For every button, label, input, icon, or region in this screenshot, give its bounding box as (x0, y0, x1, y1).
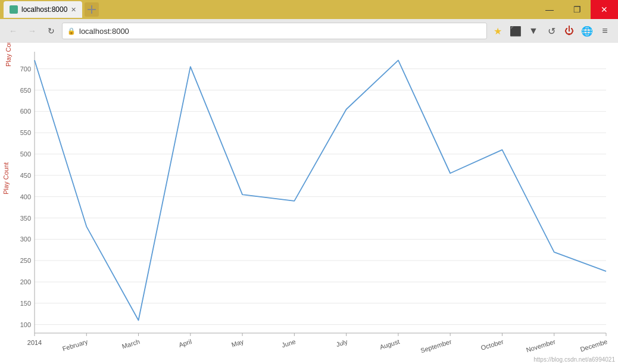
extension-icon-4[interactable]: ⏻ (561, 23, 578, 39)
extension-icon-1[interactable]: ⬛ (507, 23, 524, 39)
bookmark-star-icon[interactable]: ★ (489, 23, 506, 39)
tab-favicon (10, 5, 18, 14)
nav-right-icons: ★ ⬛ ▼ ↺ ⏻ 🌐 ≡ (489, 23, 613, 39)
url-text: localhost:8000 (79, 27, 482, 36)
tab-close-button[interactable]: ✕ (71, 6, 76, 14)
address-bar[interactable]: 🔒 localhost:8000 (62, 23, 487, 39)
tab-label: localhost:8000 (21, 5, 67, 14)
extension-icon-5[interactable]: 🌐 (579, 23, 595, 39)
active-tab[interactable]: localhost:8000 ✕ (4, 1, 82, 18)
lock-icon: 🔒 (67, 27, 76, 35)
reload-button[interactable]: ↻ (43, 23, 60, 39)
watermark: https://blog.csdn.net/a6994021 (533, 356, 615, 363)
restore-button[interactable]: ❐ (563, 0, 591, 19)
back-button[interactable]: ← (5, 23, 21, 39)
extension-icon-3[interactable]: ↺ (543, 23, 560, 39)
tab-strip: localhost:8000 ✕ (4, 1, 536, 18)
menu-button[interactable]: ≡ (597, 23, 613, 39)
svg-rect-1 (91, 5, 92, 14)
new-tab-button[interactable] (85, 2, 99, 17)
window-controls: — ❐ ✕ (536, 0, 618, 19)
chart-container: Play Count https://blog.csdn.net/a699402… (0, 43, 618, 364)
title-bar: localhost:8000 ✕ — ❐ ✕ (0, 0, 618, 19)
minimize-button[interactable]: — (536, 0, 563, 19)
forward-button[interactable]: → (24, 23, 40, 39)
close-button[interactable]: ✕ (591, 0, 618, 19)
nav-bar: ← → ↻ 🔒 localhost:8000 ★ ⬛ ▼ ↺ ⏻ 🌐 ≡ (0, 19, 618, 43)
extension-icon-2[interactable]: ▼ (525, 23, 542, 39)
